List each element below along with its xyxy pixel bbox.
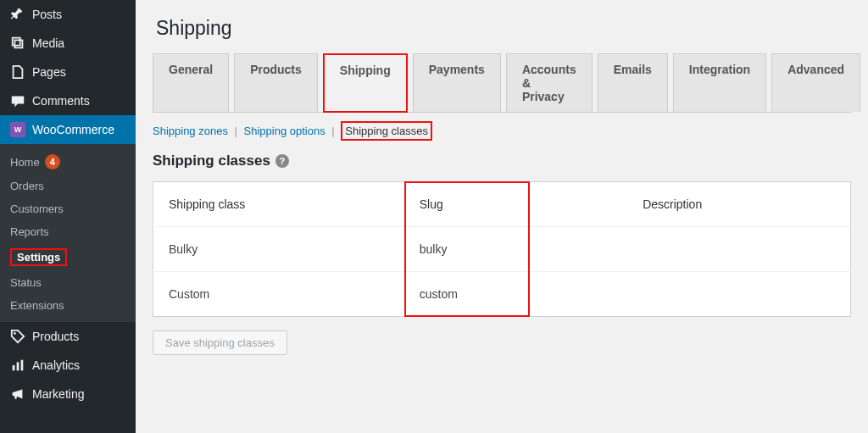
sidebar-sub-label: Settings <box>10 248 67 266</box>
sidebar-item-label: Pages <box>32 65 66 79</box>
separator: | <box>235 125 237 137</box>
cell-slug: custom <box>404 272 627 317</box>
product-icon <box>10 329 25 344</box>
tab-shipping[interactable]: Shipping <box>323 53 408 113</box>
section-title: Shipping classes ? <box>153 153 851 169</box>
sidebar-sub-label: Reports <box>10 225 49 238</box>
settings-tabs: General Products Shipping Payments Accou… <box>153 53 851 113</box>
page-title: Shipping <box>153 0 851 53</box>
cell-slug: bulky <box>404 227 627 272</box>
separator: | <box>331 125 334 137</box>
sidebar-item-media[interactable]: Media <box>0 29 136 58</box>
header-description: Description <box>627 182 850 227</box>
sidebar-item-label: WooCommerce <box>32 123 114 136</box>
sidebar-sub-extensions[interactable]: Extensions <box>0 294 136 317</box>
pin-icon <box>10 7 25 22</box>
sidebar-sub-settings[interactable]: Settings <box>0 243 136 271</box>
table-row[interactable]: Custom custom <box>153 272 851 317</box>
sidebar-item-label: Posts <box>32 8 62 21</box>
megaphone-icon <box>10 386 25 402</box>
cell-class: Custom <box>153 272 404 317</box>
svg-rect-3 <box>21 360 24 371</box>
sidebar-item-posts[interactable]: Posts <box>0 0 136 29</box>
sidebar-sub-label: Extensions <box>10 299 64 312</box>
svg-rect-2 <box>17 362 19 370</box>
sidebar-sub-orders[interactable]: Orders <box>0 175 136 197</box>
svg-rect-1 <box>13 365 15 370</box>
sidebar-sub-home[interactable]: Home 4 <box>0 149 136 175</box>
help-icon[interactable]: ? <box>275 154 289 168</box>
media-icon <box>10 36 25 51</box>
analytics-icon <box>10 358 25 373</box>
sidebar-item-comments[interactable]: Comments <box>0 86 136 115</box>
sidebar-sub-label: Home <box>10 156 40 169</box>
sidebar-item-woocommerce[interactable]: W WooCommerce <box>0 115 136 144</box>
tab-accounts[interactable]: Accounts & Privacy <box>506 53 593 112</box>
subtab-classes[interactable]: Shipping classes <box>341 121 432 141</box>
sidebar-item-label: Media <box>32 36 64 50</box>
section-title-text: Shipping classes <box>153 153 270 169</box>
tab-payments[interactable]: Payments <box>413 53 501 112</box>
notification-badge: 4 <box>45 154 60 169</box>
sidebar-sub-customers[interactable]: Customers <box>0 197 136 220</box>
woocommerce-submenu: Home 4 Orders Customers Reports Settings… <box>0 144 136 322</box>
svg-point-0 <box>14 332 16 335</box>
sidebar-sub-reports[interactable]: Reports <box>0 220 136 243</box>
tab-products[interactable]: Products <box>234 53 318 112</box>
shipping-classes-table: Shipping class Slug Description Bulky bu… <box>153 181 851 317</box>
sidebar-item-label: Comments <box>32 94 90 108</box>
tab-emails[interactable]: Emails <box>598 53 668 112</box>
header-slug: Slug <box>404 182 627 227</box>
shipping-subtabs: Shipping zones | Shipping options | Ship… <box>153 125 851 137</box>
subtab-zones[interactable]: Shipping zones <box>153 125 228 137</box>
table-header-row: Shipping class Slug Description <box>153 182 851 227</box>
comment-icon <box>10 93 25 108</box>
table-row[interactable]: Bulky bulky <box>153 227 851 272</box>
sidebar-item-products[interactable]: Products <box>0 322 136 351</box>
sidebar-item-label: Marketing <box>32 387 84 401</box>
sidebar-item-label: Products <box>32 330 79 343</box>
woocommerce-icon: W <box>10 122 25 137</box>
tab-integration[interactable]: Integration <box>673 53 766 112</box>
sidebar-sub-status[interactable]: Status <box>0 271 136 294</box>
sidebar-sub-label: Customers <box>10 203 64 215</box>
tab-general[interactable]: General <box>153 53 229 112</box>
cell-description <box>627 272 850 317</box>
cell-description <box>627 227 850 272</box>
sidebar-item-analytics[interactable]: Analytics <box>0 351 136 380</box>
sidebar-item-pages[interactable]: Pages <box>0 58 136 86</box>
header-class: Shipping class <box>153 182 404 227</box>
tab-advanced[interactable]: Advanced <box>771 53 860 112</box>
sidebar-sub-label: Status <box>10 276 42 289</box>
admin-sidebar: Posts Media Pages Comments W WooCommerce… <box>0 0 136 433</box>
sidebar-sub-label: Orders <box>10 180 44 192</box>
sidebar-item-label: Analytics <box>32 358 80 372</box>
sidebar-item-marketing[interactable]: Marketing <box>0 380 136 408</box>
subtab-options[interactable]: Shipping options <box>244 125 326 137</box>
page-icon <box>10 64 25 80</box>
save-shipping-classes-button[interactable]: Save shipping classes <box>153 330 287 355</box>
main-content: Shipping General Products Shipping Payme… <box>136 0 868 433</box>
cell-class: Bulky <box>153 227 404 272</box>
